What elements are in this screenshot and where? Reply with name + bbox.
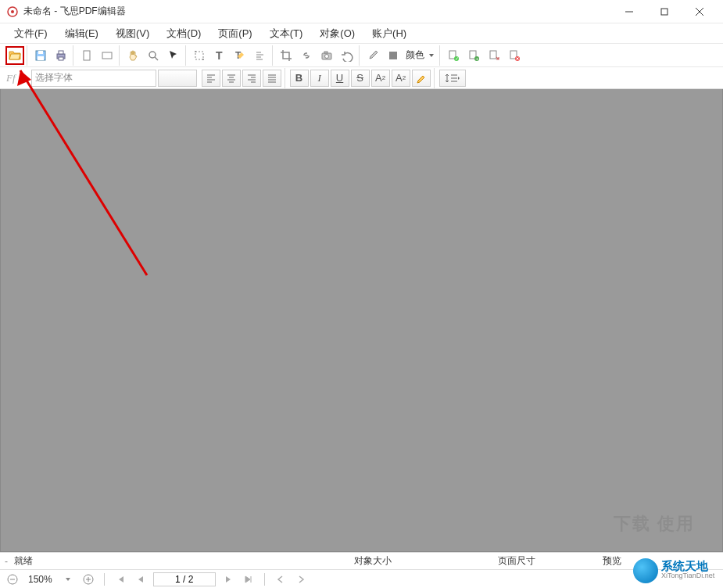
font-size-select[interactable]: [158, 70, 197, 87]
svg-line-15: [155, 57, 158, 60]
zoom-tool-button[interactable]: [144, 46, 163, 65]
prev-page-button[interactable]: [133, 572, 149, 587]
status-bar: - 就绪 对象大小 页面尺寸 预览: [0, 552, 723, 569]
svg-point-26: [325, 54, 329, 58]
status-object-size: 对象大小: [348, 554, 398, 568]
save-button[interactable]: [31, 46, 50, 65]
menu-object[interactable]: 对象(O): [312, 24, 363, 43]
format-toolbar: Ff 选择字体 B I U S A2 A2: [0, 67, 723, 89]
menu-edit[interactable]: 编辑(E): [57, 24, 106, 43]
edit-tool-button[interactable]: [190, 46, 209, 65]
app-icon: [6, 5, 19, 18]
page-extract-button[interactable]: [485, 46, 503, 65]
first-page-button[interactable]: [113, 572, 128, 587]
menu-document[interactable]: 文档(D): [159, 24, 209, 43]
minimize-button[interactable]: [611, 0, 646, 23]
menu-text[interactable]: 文本(T): [262, 24, 311, 43]
zoom-dropdown-button[interactable]: [60, 572, 76, 587]
underline-button[interactable]: U: [331, 70, 349, 87]
menu-view[interactable]: 视图(V): [108, 24, 157, 43]
fill-color-button[interactable]: [384, 46, 403, 65]
svg-rect-8: [38, 56, 44, 60]
svg-point-1: [11, 10, 14, 13]
text-tool-button[interactable]: T: [210, 46, 229, 65]
zoom-in-button[interactable]: [81, 572, 96, 587]
subscript-button[interactable]: A2: [392, 70, 410, 87]
select-tool-button[interactable]: [164, 46, 183, 65]
last-page-button[interactable]: [241, 572, 256, 587]
superscript-button[interactable]: A2: [371, 70, 390, 87]
text-format-button[interactable]: [251, 46, 270, 65]
svg-rect-10: [59, 51, 63, 54]
zoom-level: 150%: [25, 574, 55, 585]
svg-rect-11: [59, 57, 63, 60]
svg-rect-27: [324, 52, 327, 53]
svg-point-14: [149, 52, 156, 58]
align-right-button[interactable]: [242, 70, 261, 87]
color-dropdown-button[interactable]: [426, 46, 437, 65]
camera-button[interactable]: [317, 46, 336, 65]
svg-rect-16: [195, 52, 203, 59]
link-button[interactable]: [297, 46, 316, 65]
print-button[interactable]: [52, 46, 70, 65]
font-family-select[interactable]: 选择字体: [31, 70, 156, 87]
next-view-button[interactable]: [293, 572, 309, 587]
page-delete-button[interactable]: [505, 46, 524, 65]
bold-button[interactable]: B: [290, 70, 309, 87]
svg-rect-12: [84, 51, 90, 60]
font-placeholder: 选择字体: [35, 71, 73, 84]
hand-tool-button[interactable]: [123, 46, 142, 65]
status-page-size: 页面尺寸: [492, 554, 542, 568]
page-number-input[interactable]: [153, 572, 216, 586]
page-landscape-button[interactable]: [98, 46, 116, 65]
menu-file[interactable]: 文件(F): [6, 24, 55, 43]
svg-rect-35: [490, 51, 496, 59]
ghost-watermark: 下载 使用: [614, 512, 695, 536]
page-portrait-button[interactable]: [77, 46, 96, 65]
open-file-button[interactable]: [5, 46, 24, 65]
line-spacing-button[interactable]: [439, 70, 466, 87]
strikethrough-button[interactable]: S: [351, 70, 370, 87]
svg-rect-3: [661, 9, 668, 15]
menu-page[interactable]: 页面(P): [210, 24, 259, 43]
title-bar: 未命名 - 飞思PDF编辑器: [0, 0, 723, 23]
font-icon: Ff: [6, 72, 16, 84]
svg-rect-7: [38, 51, 43, 54]
watermark-logo: 系统天地 XiTongTianDi.net: [632, 555, 721, 586]
revert-button[interactable]: [338, 46, 356, 65]
svg-point-18: [202, 59, 204, 60]
menu-account[interactable]: 账户(H): [364, 24, 414, 43]
prev-view-button[interactable]: [273, 572, 288, 587]
maximize-button[interactable]: [646, 0, 682, 23]
next-page-button[interactable]: [220, 572, 236, 587]
align-center-button[interactable]: [222, 70, 241, 87]
status-preview: 预览: [596, 554, 628, 568]
main-toolbar: T T 颜色 ✓ +: [0, 44, 723, 67]
navigation-bar: 150%: [0, 569, 723, 588]
align-left-button[interactable]: [202, 70, 220, 87]
align-justify-button[interactable]: [263, 70, 281, 87]
window-title: 未命名 - 飞思PDF编辑器: [23, 5, 126, 18]
svg-point-17: [195, 51, 196, 52]
svg-text:+: +: [476, 56, 479, 61]
document-canvas[interactable]: 下载 使用: [0, 89, 723, 552]
status-ready: 就绪: [8, 554, 39, 568]
crop-button[interactable]: [277, 46, 295, 65]
menu-bar: 文件(F) 编辑(E) 视图(V) 文档(D) 页面(P) 文本(T) 对象(O…: [0, 23, 723, 44]
edit-text-button[interactable]: T: [231, 46, 249, 65]
zoom-out-button[interactable]: [5, 572, 20, 587]
svg-rect-13: [102, 52, 112, 59]
eyedropper-button[interactable]: [363, 46, 382, 65]
highlight-button[interactable]: [412, 70, 431, 87]
close-button[interactable]: [682, 0, 717, 23]
page-add-button[interactable]: +: [464, 46, 483, 65]
color-label: 颜色: [406, 48, 424, 62]
italic-button[interactable]: I: [310, 70, 329, 87]
svg-text:T: T: [216, 49, 223, 62]
page-insert-button[interactable]: ✓: [444, 46, 463, 65]
svg-text:✓: ✓: [455, 56, 459, 61]
svg-rect-28: [389, 52, 397, 59]
